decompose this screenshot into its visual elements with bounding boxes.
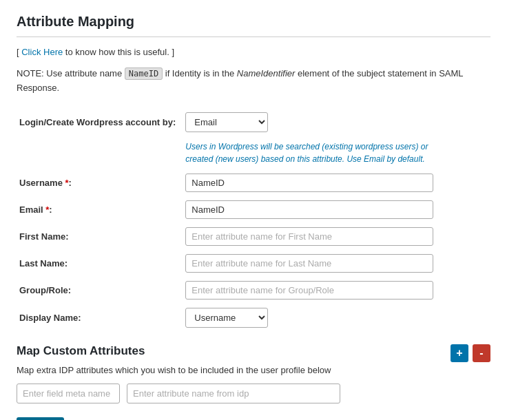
custom-field-idp-input[interactable] — [127, 384, 340, 403]
grouprole-row: Group/Role: — [17, 277, 490, 304]
email-label: Email *: — [19, 204, 52, 215]
custom-section-title: Map Custom Attributes — [17, 344, 145, 358]
click-here-line: [ Click Here to know how this is useful.… — [17, 47, 490, 57]
lastname-input[interactable] — [185, 254, 433, 273]
custom-attrs-header: Map Custom Attributes + - — [17, 344, 490, 362]
click-here-link[interactable]: Click Here — [21, 47, 63, 57]
attribute-mapping-table: Login/Create Wordpress account by: Email… — [17, 108, 490, 332]
note-prefix: NOTE: Use attribute name — [17, 68, 125, 78]
nameid-italic: NameIdentifier — [237, 68, 296, 78]
displayname-select[interactable]: Username Email First Name Last Name — [185, 308, 268, 328]
custom-field-meta-input[interactable] — [17, 384, 120, 403]
helper-row: Users in Wordpress will be searched (exi… — [17, 136, 490, 169]
note-line: NOTE: Use attribute name NameID if Ident… — [17, 67, 490, 96]
username-label: Username *: — [19, 178, 72, 188]
note-suffix: if Identity is in the — [163, 68, 237, 78]
click-here-suffix: to know how this is useful. ] — [63, 47, 174, 57]
lastname-label: Last Name: — [19, 258, 68, 269]
custom-attrs-inputs — [17, 384, 490, 403]
lastname-row: Last Name: — [17, 250, 490, 277]
helper-text: Users in Wordpress will be searched (exi… — [185, 140, 433, 165]
email-row: Email *: — [17, 196, 490, 223]
login-select[interactable]: Email Username — [185, 112, 268, 132]
grouprole-input[interactable] — [185, 281, 433, 300]
email-input[interactable] — [185, 200, 433, 219]
custom-attrs-buttons: + - — [448, 344, 490, 362]
nameid-badge: NameID — [125, 67, 163, 80]
save-button[interactable]: Save — [17, 417, 64, 420]
firstname-label: First Name: — [19, 231, 69, 242]
displayname-row: Display Name: Username Email First Name … — [17, 304, 490, 332]
username-required: * — [65, 178, 68, 188]
remove-custom-attr-button[interactable]: - — [473, 344, 490, 362]
displayname-label: Display Name: — [19, 313, 81, 323]
login-row: Login/Create Wordpress account by: Email… — [17, 108, 490, 136]
email-required: * — [45, 204, 49, 215]
grouprole-label: Group/Role: — [19, 285, 71, 295]
page-title: Attribute Mapping — [17, 14, 490, 30]
username-row: Username *: — [17, 169, 490, 196]
custom-attrs-title-block: Map Custom Attributes — [17, 344, 145, 362]
add-custom-attr-button[interactable]: + — [451, 344, 468, 362]
firstname-input[interactable] — [185, 227, 433, 246]
firstname-row: First Name: — [17, 223, 490, 250]
save-row: Save — [17, 417, 490, 420]
username-input[interactable] — [185, 174, 433, 192]
login-label: Login/Create Wordpress account by: — [19, 117, 176, 127]
custom-section-desc: Map extra IDP attributes which you wish … — [17, 365, 490, 375]
